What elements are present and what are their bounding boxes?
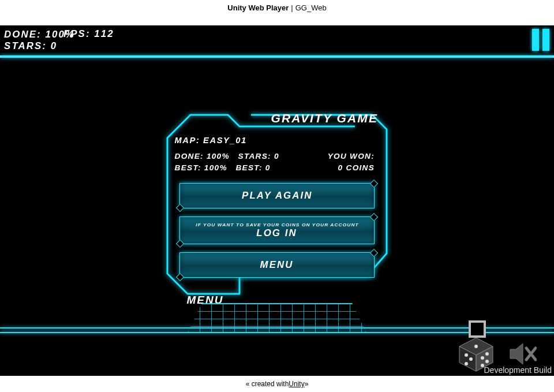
menu-button[interactable]: MENU [179, 252, 375, 278]
hud-fps: FPS: 112 [63, 29, 114, 39]
login-button[interactable]: If you want to save your coins on your a… [179, 216, 375, 244]
stat-coins: 0 Coins [338, 162, 380, 174]
unity-logo-icon [456, 320, 496, 372]
hud-done-label: Done: [4, 29, 42, 39]
terrain-grid [188, 303, 366, 333]
play-again-button[interactable]: PLAY AGAIN [179, 183, 375, 208]
stat-best: Best: 100% [175, 162, 227, 174]
speaker-muted-icon [509, 342, 537, 365]
pause-bar-icon [532, 29, 539, 51]
footer-pre: « created with [246, 380, 289, 388]
game-viewport: Done: 100% Stars: 0 FPS: 112 GRAVITY GAM… [0, 25, 554, 376]
footer-link[interactable]: Unity [289, 380, 304, 388]
svg-point-8 [481, 356, 484, 360]
svg-rect-0 [470, 322, 485, 337]
svg-point-9 [485, 352, 489, 356]
svg-point-7 [469, 357, 473, 361]
svg-point-6 [465, 362, 468, 365]
hud-stars-label: Stars: [4, 41, 47, 51]
page-title-bar: Unity Web Player | GG_Web [0, 0, 554, 25]
page-title-prefix: Unity Web Player [227, 3, 289, 12]
stat-won: You Won: [328, 151, 380, 162]
results-panel: GRAVITY GAME Map: Easy_01 Done: 100% Sta… [164, 109, 390, 288]
panel-map: Map: Easy_01 [175, 136, 380, 145]
login-label: LOG IN [257, 228, 297, 238]
hud-fps-value: 112 [94, 29, 114, 39]
stat-done: Done: 100% [175, 151, 230, 162]
svg-point-4 [474, 345, 478, 348]
svg-point-5 [465, 353, 468, 357]
svg-point-11 [485, 360, 489, 363]
stat-best-stars: Best: 0 [236, 162, 271, 174]
footer-post: » [305, 380, 309, 388]
page-title-app: GG_Web [295, 3, 327, 12]
divider-top [0, 55, 554, 58]
hud-fps-label: FPS: [63, 29, 91, 39]
panel-title: GRAVITY GAME [271, 112, 378, 125]
development-build-label: Development Build [484, 365, 552, 375]
pause-button[interactable] [532, 29, 549, 51]
play-again-label: PLAY AGAIN [242, 191, 312, 201]
menu-label: MENU [260, 260, 294, 270]
panel-stats-row-2: Best: 100% Best: 0 0 Coins [175, 162, 380, 174]
hud-stars-value: 0 [51, 41, 57, 51]
panel-stats-row-1: Done: 100% Stars: 0 You Won: [175, 151, 380, 162]
stat-stars: Stars: 0 [238, 151, 279, 162]
mute-button[interactable] [509, 342, 537, 365]
page-footer: « created with Unity » [0, 376, 554, 392]
login-hint: If you want to save your coins on your a… [196, 222, 358, 227]
pause-bar-icon [542, 29, 549, 51]
page-title-sep: | [289, 3, 295, 12]
